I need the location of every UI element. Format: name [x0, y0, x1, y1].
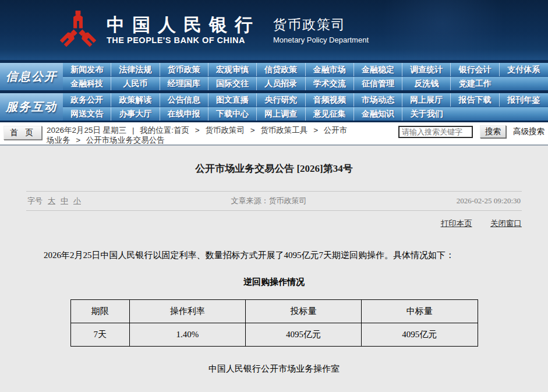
nav-item[interactable]: 信贷政策	[257, 63, 305, 76]
nav-item[interactable]: 政策解读	[111, 93, 160, 107]
nav-item[interactable]: 人员招录	[257, 77, 305, 90]
nav-item[interactable]: 党建工作	[451, 77, 499, 90]
table-header-row: 期限 操作利率 投标量 中标量	[70, 299, 478, 323]
nav-item[interactable]: 公告信息	[160, 93, 208, 107]
breadcrumb-separator: >	[250, 126, 255, 135]
nav-band-service: 服务互动 政务公开 政策解读 公告信息 图文直播 央行研究 音频视频 市场动态 …	[0, 90, 548, 121]
font-size-label: 字号	[27, 196, 43, 206]
col-header-rate: 操作利率	[129, 299, 245, 323]
bank-logo[interactable]: 中国人民银行 THE PEOPLE'S BANK OF CHINA	[60, 9, 260, 51]
nav-item[interactable]: 征信管理	[354, 77, 402, 90]
nav-item[interactable]: 央行研究	[257, 93, 305, 107]
nav-item[interactable]: 人民币	[111, 77, 160, 90]
nav-item[interactable]: 政务公开	[63, 93, 111, 107]
nav-item[interactable]: 金融市场	[306, 63, 354, 76]
nav-item[interactable]: 网上调查	[257, 107, 305, 121]
pboc-emblem-icon	[60, 9, 96, 51]
font-size-medium[interactable]: 中	[61, 196, 68, 206]
nav-item[interactable]: 金融科技	[63, 77, 111, 90]
cell-awarded-volume: 4095亿元	[362, 323, 478, 346]
breadcrumb-item-dept[interactable]: 货币政策司	[205, 126, 245, 135]
breadcrumb: 2026年2月25日 星期三 | 我的位置:首页 > 货币政策司 > 货币政策工…	[47, 125, 349, 145]
home-button[interactable]: 首 页	[3, 126, 42, 140]
search-area: 搜索 高级搜索	[398, 125, 545, 138]
nav-row: 政务公开 政策解读 公告信息 图文直播 央行研究 音频视频 市场动态 网上展厅 …	[63, 93, 548, 107]
nav-item[interactable]: 银行会计	[451, 63, 499, 76]
font-size-large[interactable]: 大	[48, 196, 55, 206]
article-actions: 打印本页 关闭窗口	[26, 218, 522, 229]
breadcrumb-separator: >	[313, 126, 318, 135]
article-meta: 字号 大 中 小 文章来源：货币政策司 2026-02-25 09:20:30	[26, 191, 522, 211]
advanced-search-link[interactable]: 高级搜索	[513, 126, 545, 137]
nav-item[interactable]: 宏观审慎	[208, 63, 257, 76]
nav-item[interactable]: 法律法规	[111, 63, 160, 76]
nav-item[interactable]: 国际交往	[208, 77, 257, 90]
nav-row: 网送文告 办事大厅 在线申报 下载中心 网上调查 意见征集 金融知识 关于我们	[63, 107, 548, 121]
site-header: 中国人民银行 THE PEOPLE'S BANK OF CHINA 货币政策司 …	[0, 0, 548, 60]
nav-item[interactable]: 金融知识	[354, 107, 402, 121]
breadcrumb-divider: |	[132, 126, 135, 135]
nav-item[interactable]: 在线申报	[160, 107, 208, 121]
publish-datetime: 2026-02-25 09:20:30	[457, 196, 521, 206]
nav-item[interactable]: 调查统计	[402, 63, 451, 76]
nav-item[interactable]: 意见征集	[306, 107, 354, 121]
nav-item[interactable]: 关于我们	[402, 107, 451, 121]
breadcrumb-location-home[interactable]: 我的位置:首页	[140, 126, 189, 135]
nav-item[interactable]: 报刊年鉴	[500, 93, 548, 107]
article-body: 2026年2月25日中国人民银行以固定利率、数量招标方式开展了4095亿元7天期…	[26, 249, 522, 262]
cell-bid-volume: 4095亿元	[245, 323, 361, 346]
col-header-term: 期限	[70, 299, 129, 323]
band-label-service-interaction[interactable]: 服务互动	[0, 93, 63, 121]
bank-name-en: THE PEOPLE'S BANK OF CHINA	[107, 36, 260, 45]
nav-item[interactable]: 金融稳定	[354, 63, 402, 76]
nav-item[interactable]: 网上展厅	[402, 93, 451, 107]
current-date: 2026年2月25日 星期三	[47, 126, 126, 135]
breadcrumb-bar: 首 页 2026年2月25日 星期三 | 我的位置:首页 > 货币政策司 > 货…	[0, 122, 548, 146]
repo-operation-table: 期限 操作利率 投标量 中标量 7天 1.40% 4095亿元 4095亿元	[70, 299, 478, 347]
nav-item[interactable]: 报告下载	[451, 93, 499, 107]
nav-item[interactable]: 新闻发布	[63, 63, 111, 76]
breadcrumb-separator: >	[76, 136, 80, 144]
band-label-info-disclosure[interactable]: 信息公开	[0, 63, 63, 90]
nav-empty-cell	[451, 107, 499, 121]
breadcrumb-item-tools[interactable]: 货币政策工具	[260, 126, 307, 135]
source-label: 文章来源：	[231, 196, 268, 205]
nav-item[interactable]: 图文直播	[208, 93, 257, 107]
nav-empty-cell	[500, 107, 548, 121]
nav-empty-cell	[500, 77, 548, 90]
nav-item[interactable]: 学术交流	[306, 77, 354, 90]
bank-name-cn: 中国人民银行	[107, 15, 260, 34]
font-size-small[interactable]: 小	[73, 196, 81, 206]
dept-name-cn: 货币政策司	[273, 16, 369, 34]
nav-item[interactable]: 市场动态	[354, 93, 402, 107]
nav-item[interactable]: 下载中心	[208, 107, 257, 121]
nav-item[interactable]: 网送文告	[63, 107, 111, 121]
nav-band-info: 信息公开 新闻发布 法律法规 货币政策 宏观审慎 信贷政策 金融市场 金融稳定 …	[0, 60, 548, 90]
cell-rate: 1.40%	[129, 323, 245, 346]
nav-row: 新闻发布 法律法规 货币政策 宏观审慎 信贷政策 金融市场 金融稳定 调查统计 …	[63, 63, 548, 76]
print-page-link[interactable]: 打印本页	[441, 219, 472, 228]
nav-item[interactable]: 办事大厅	[111, 107, 160, 121]
nav-item[interactable]: 经理国库	[160, 77, 208, 90]
table-row: 7天 1.40% 4095亿元 4095亿元	[70, 323, 478, 346]
nav-row: 金融科技 人民币 经理国库 国际交往 人员招录 学术交流 征信管理 反洗钱 党建…	[63, 76, 548, 90]
signature-org: 中国人民银行公开市场业务操作室	[26, 363, 522, 375]
main-nav: 信息公开 新闻发布 法律法规 货币政策 宏观审慎 信贷政策 金融市场 金融稳定 …	[0, 60, 548, 122]
nav-item[interactable]: 反洗钱	[402, 77, 451, 90]
search-input[interactable]	[398, 126, 473, 138]
nav-item[interactable]: 音频视频	[306, 93, 354, 107]
breadcrumb-item-announcement[interactable]: 公开市场业务交易公告	[86, 136, 165, 144]
search-button[interactable]: 搜索	[480, 125, 506, 138]
close-window-link[interactable]: 关闭窗口	[490, 219, 522, 228]
source-value: 货币政策司	[268, 196, 306, 205]
nav-item[interactable]: 支付体系	[500, 63, 548, 76]
article-content: 公开市场业务交易公告 [2026]第34号 字号 大 中 小 文章来源：货币政策…	[0, 146, 548, 392]
table-title: 逆回购操作情况	[26, 277, 522, 288]
breadcrumb-separator: >	[195, 126, 200, 135]
cell-term: 7天	[70, 323, 129, 346]
dept-name-en: Monetary Policy Department	[273, 36, 369, 44]
nav-item[interactable]: 货币政策	[160, 63, 208, 76]
col-header-awarded-volume: 中标量	[362, 299, 478, 323]
col-header-bid-volume: 投标量	[245, 299, 361, 323]
page-title: 公开市场业务交易公告 [2026]第34号	[26, 162, 522, 175]
